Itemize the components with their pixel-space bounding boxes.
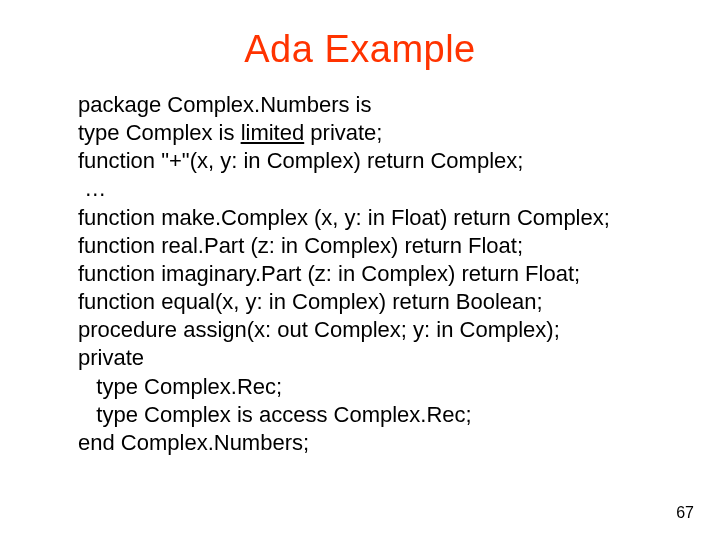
code-line-4: … — [78, 176, 106, 201]
code-line-11: type Complex.Rec; — [78, 374, 282, 399]
code-line-10: private — [78, 345, 144, 370]
slide: Ada Example package Complex.Numbers is t… — [0, 0, 720, 540]
code-line-5: function make.Complex (x, y: in Float) r… — [78, 205, 610, 230]
code-line-8: function equal(x, y: in Complex) return … — [78, 289, 543, 314]
code-line-7: function imaginary.Part (z: in Complex) … — [78, 261, 580, 286]
code-line-12: type Complex is access Complex.Rec; — [78, 402, 472, 427]
code-line-1: package Complex.Numbers is — [78, 92, 371, 117]
slide-title: Ada Example — [0, 0, 720, 91]
code-line-2a: type Complex is — [78, 120, 241, 145]
code-block: package Complex.Numbers is type Complex … — [0, 91, 720, 457]
code-line-6: function real.Part (z: in Complex) retur… — [78, 233, 523, 258]
page-number: 67 — [676, 504, 694, 522]
code-line-9: procedure assign(x: out Complex; y: in C… — [78, 317, 560, 342]
code-line-3: function "+"(x, y: in Complex) return Co… — [78, 148, 523, 173]
code-line-13: end Complex.Numbers; — [78, 430, 309, 455]
code-line-2-limited: limited — [241, 120, 305, 145]
code-line-2c: private; — [304, 120, 382, 145]
